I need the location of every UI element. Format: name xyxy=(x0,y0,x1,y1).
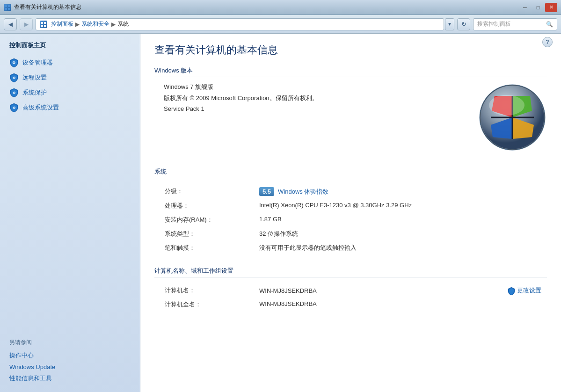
system-info-table: 分级： 5.5 Windows 体验指数 处理器： Intel(R) Xeon(… xyxy=(154,184,547,255)
ram-label: 安装内存(RAM)： xyxy=(155,213,249,226)
search-box[interactable]: 搜索控制面板 🔍 xyxy=(473,18,557,30)
address-bar: ◀ ▶ 控制面板 ▶ 系统和安全 ▶ 系统 ▼ ↻ 搜索控制面板 🔍 xyxy=(0,15,561,34)
computer-section-header: 计算机名称、域和工作组设置 xyxy=(154,267,547,277)
shield-icon-remote-settings: ⚙ xyxy=(9,73,19,82)
win-edition: Windows 7 旗舰版 xyxy=(154,83,478,91)
rating-value: 5.5 Windows 体验指数 xyxy=(250,185,546,198)
table-row-computer-name: 计算机名： WIN-MJ8JSEKDRBA 更改设置 xyxy=(155,284,546,297)
table-row-computer-fullname: 计算机全名： WIN-MJ8JSEKDRBA xyxy=(155,298,546,311)
win-copyright: 版权所有 © 2009 Microsoft Corporation。保留所有权利… xyxy=(154,94,478,102)
svg-rect-4 xyxy=(41,22,43,24)
sidebar-item-device-manager[interactable]: ⚙ 设备管理器 xyxy=(0,55,140,70)
also-see-title: 另请参阅 xyxy=(0,329,140,349)
svg-text:⚙: ⚙ xyxy=(13,106,15,110)
svg-rect-1 xyxy=(8,5,10,7)
wei-badge: 5.5 Windows 体验指数 xyxy=(259,187,328,196)
sidebar: 控制面板主页 ⚙ 设备管理器 ⚙ 远程设置 ⚙ 系统保护 xyxy=(0,34,140,392)
breadcrumb-control-panel[interactable]: 控制面板 xyxy=(51,20,73,28)
minimize-button[interactable]: ─ xyxy=(519,3,531,12)
table-row-processor: 处理器： Intel(R) Xeon(R) CPU E3-1230 v3 @ 3… xyxy=(155,199,546,212)
change-settings-icon xyxy=(508,287,515,294)
pen-touch-label: 笔和触摸： xyxy=(155,241,249,254)
svg-rect-0 xyxy=(5,5,7,7)
back-button[interactable]: ◀ xyxy=(4,18,17,30)
sidebar-label-device-manager: 设备管理器 xyxy=(22,58,53,67)
maximize-button[interactable]: □ xyxy=(532,3,544,12)
svg-rect-7 xyxy=(44,25,46,27)
breadcrumb-system-security[interactable]: 系统和安全 xyxy=(81,20,109,28)
system-type-value: 32 位操作系统 xyxy=(250,227,546,240)
sidebar-item-remote-settings[interactable]: ⚙ 远程设置 xyxy=(0,70,140,85)
computer-fullname-label: 计算机全名： xyxy=(155,298,249,311)
address-dropdown-button[interactable]: ▼ xyxy=(445,18,454,30)
sidebar-label-remote-settings: 远程设置 xyxy=(22,73,47,82)
help-button[interactable]: ? xyxy=(542,37,553,47)
computer-name-label: 计算机名： xyxy=(155,284,249,297)
computer-fullname-value: WIN-MJ8JSEKDRBA xyxy=(250,298,546,311)
title-bar-left: 查看有关计算机的基本信息 xyxy=(4,3,81,11)
change-settings-link[interactable]: 更改设置 xyxy=(508,286,541,295)
window-title: 查看有关计算机的基本信息 xyxy=(14,3,81,11)
breadcrumb-current: 系统 xyxy=(117,20,129,28)
content-area: ? 查看有关计算机的基本信息 Windows 版本 Windows 7 旗舰版 … xyxy=(140,34,561,392)
system-type-label: 系统类型： xyxy=(155,227,249,240)
svg-text:⚙: ⚙ xyxy=(13,61,16,65)
title-controls: ─ □ ✕ xyxy=(519,3,557,12)
wei-score[interactable]: 5.5 xyxy=(259,187,274,196)
svg-rect-5 xyxy=(44,22,46,24)
window-icon xyxy=(4,4,11,11)
pen-touch-value: 没有可用于此显示器的笔或触控输入 xyxy=(250,241,546,254)
ram-value: 1.87 GB xyxy=(250,213,546,226)
computer-name-text: WIN-MJ8JSEKDRBA xyxy=(259,287,317,294)
sidebar-title: 控制面板主页 xyxy=(0,41,140,55)
service-pack: Service Pack 1 xyxy=(154,105,478,112)
windows-version-section-header: Windows 版本 xyxy=(154,66,547,77)
table-row-rating: 分级： 5.5 Windows 体验指数 xyxy=(155,185,546,198)
sidebar-item-advanced-settings[interactable]: ⚙ 高级系统设置 xyxy=(0,100,140,115)
address-icon xyxy=(40,21,47,28)
address-input[interactable]: 控制面板 ▶ 系统和安全 ▶ 系统 xyxy=(36,18,444,30)
windows-version-info: Windows 7 旗舰版 版权所有 © 2009 Microsoft Corp… xyxy=(154,83,478,115)
sidebar-link-performance-info[interactable]: 性能信息和工具 xyxy=(0,372,140,385)
wei-link[interactable]: Windows 体验指数 xyxy=(278,188,328,196)
svg-rect-3 xyxy=(8,8,10,10)
close-button[interactable]: ✕ xyxy=(545,3,557,12)
page-title: 查看有关计算机的基本信息 xyxy=(154,43,547,57)
svg-rect-2 xyxy=(5,8,7,10)
svg-text:⚙: ⚙ xyxy=(13,76,15,80)
help-area: ? xyxy=(542,34,553,51)
computer-info-table: 计算机名： WIN-MJ8JSEKDRBA 更改设置 xyxy=(154,283,547,312)
forward-button[interactable]: ▶ xyxy=(20,18,33,30)
system-section-header: 系统 xyxy=(154,167,547,178)
main-area: 控制面板主页 ⚙ 设备管理器 ⚙ 远程设置 ⚙ 系统保护 xyxy=(0,34,561,392)
sidebar-item-system-protection[interactable]: ⚙ 系统保护 xyxy=(0,85,140,100)
sidebar-link-windows-update[interactable]: Windows Update xyxy=(0,362,140,372)
sidebar-label-advanced-settings: 高级系统设置 xyxy=(22,103,59,112)
computer-name-value: WIN-MJ8JSEKDRBA 更改设置 xyxy=(250,284,546,297)
content-inner: 查看有关计算机的基本信息 Windows 版本 Windows 7 旗舰版 版权… xyxy=(140,34,561,340)
table-row-ram: 安装内存(RAM)： 1.87 GB xyxy=(155,213,546,226)
windows-logo xyxy=(478,83,547,153)
sidebar-label-system-protection: 系统保护 xyxy=(22,88,47,97)
refresh-button[interactable]: ↻ xyxy=(457,18,470,30)
shield-icon-advanced-settings: ⚙ xyxy=(9,103,19,112)
windows-version-section: Windows 7 旗舰版 版权所有 © 2009 Microsoft Corp… xyxy=(154,83,547,153)
svg-point-17 xyxy=(489,95,525,116)
svg-rect-6 xyxy=(41,25,43,27)
shield-icon-device-manager: ⚙ xyxy=(9,58,19,67)
sidebar-link-action-center[interactable]: 操作中心 xyxy=(0,349,140,362)
rating-label: 分级： xyxy=(155,185,249,198)
search-icon[interactable]: 🔍 xyxy=(546,21,553,28)
table-row-pen-touch: 笔和触摸： 没有可用于此显示器的笔或触控输入 xyxy=(155,241,546,254)
processor-label: 处理器： xyxy=(155,199,249,212)
search-placeholder: 搜索控制面板 xyxy=(477,20,511,28)
table-row-system-type: 系统类型： 32 位操作系统 xyxy=(155,227,546,240)
change-settings-label: 更改设置 xyxy=(517,286,541,295)
svg-text:⚙: ⚙ xyxy=(13,91,15,95)
title-bar: 查看有关计算机的基本信息 ─ □ ✕ xyxy=(0,0,561,15)
processor-value: Intel(R) Xeon(R) CPU E3-1230 v3 @ 3.30GH… xyxy=(250,199,546,212)
shield-icon-system-protection: ⚙ xyxy=(9,88,19,97)
